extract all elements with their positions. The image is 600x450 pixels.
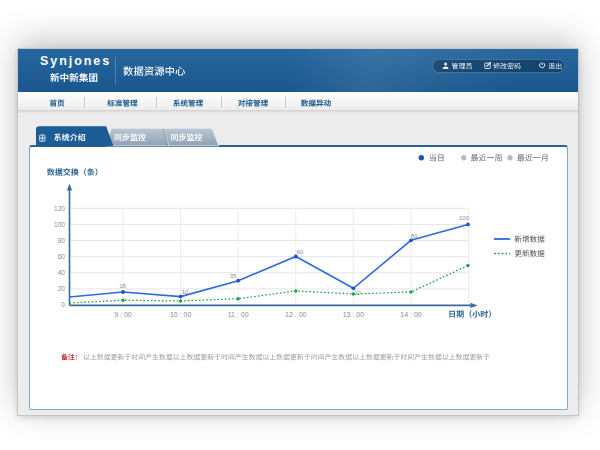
svg-text:120: 120 bbox=[54, 205, 65, 212]
svg-text:80: 80 bbox=[58, 237, 66, 244]
svg-text:12 : 00: 12 : 00 bbox=[285, 311, 307, 318]
svg-text:60: 60 bbox=[58, 253, 66, 260]
svg-text:100: 100 bbox=[54, 221, 65, 228]
svg-text:13 : 00: 13 : 00 bbox=[343, 311, 365, 318]
svg-text:9 : 00: 9 : 00 bbox=[114, 311, 132, 318]
svg-text:0: 0 bbox=[61, 301, 65, 308]
svg-text:10: 10 bbox=[182, 289, 189, 295]
svg-text:100: 100 bbox=[459, 215, 470, 221]
svg-text:14 : 00: 14 : 00 bbox=[400, 311, 422, 318]
svg-text:10 : 00: 10 : 00 bbox=[170, 311, 192, 318]
svg-text:60: 60 bbox=[297, 249, 304, 255]
svg-text:40: 40 bbox=[58, 269, 66, 276]
svg-text:80: 80 bbox=[411, 233, 418, 239]
svg-text:10: 10 bbox=[354, 290, 361, 296]
svg-text:35: 35 bbox=[230, 273, 237, 279]
svg-text:11 : 00: 11 : 00 bbox=[228, 311, 249, 318]
svg-text:20: 20 bbox=[58, 285, 66, 292]
svg-text:18: 18 bbox=[119, 283, 126, 289]
